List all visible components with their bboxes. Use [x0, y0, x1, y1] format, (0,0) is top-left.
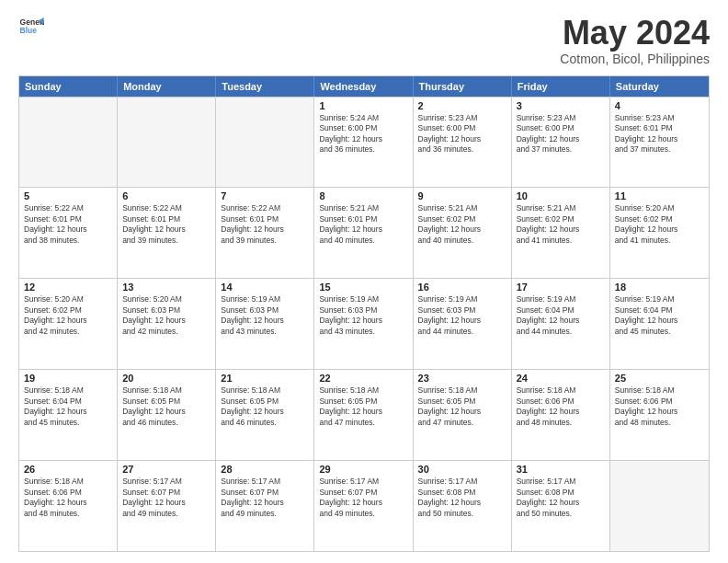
calendar-cell: 10Sunrise: 5:21 AMSunset: 6:02 PMDayligh…	[512, 188, 610, 278]
day-info: Sunrise: 5:20 AMSunset: 6:02 PMDaylight:…	[615, 203, 704, 246]
calendar-row-2: 5Sunrise: 5:22 AMSunset: 6:01 PMDaylight…	[19, 187, 709, 278]
calendar-cell: 22Sunrise: 5:18 AMSunset: 6:05 PMDayligh…	[314, 370, 413, 460]
day-number: 16	[418, 282, 506, 293]
calendar-cell: 3Sunrise: 5:23 AMSunset: 6:00 PMDaylight…	[512, 98, 610, 188]
day-info: Sunrise: 5:18 AMSunset: 6:06 PMDaylight:…	[24, 477, 112, 519]
day-number: 5	[24, 190, 112, 201]
header-day-wednesday: Wednesday	[314, 76, 413, 97]
day-number: 26	[24, 464, 112, 475]
day-number: 6	[122, 190, 210, 201]
calendar-cell	[118, 98, 216, 188]
svg-text:Blue: Blue	[20, 26, 38, 35]
day-info: Sunrise: 5:18 AMSunset: 6:05 PMDaylight:…	[122, 385, 210, 428]
day-number: 12	[24, 282, 112, 293]
day-info: Sunrise: 5:19 AMSunset: 6:03 PMDaylight:…	[418, 294, 506, 337]
month-title: May 2024	[560, 15, 710, 52]
day-number: 10	[517, 190, 605, 201]
calendar-cell: 18Sunrise: 5:19 AMSunset: 6:04 PMDayligh…	[610, 279, 709, 369]
day-info: Sunrise: 5:19 AMSunset: 6:04 PMDaylight:…	[517, 294, 605, 337]
calendar-cell	[610, 461, 709, 551]
subtitle: Cotmon, Bicol, Philippines	[560, 52, 710, 66]
day-number: 28	[221, 464, 309, 475]
calendar-cell: 5Sunrise: 5:22 AMSunset: 6:01 PMDaylight…	[19, 188, 118, 278]
day-number: 8	[319, 190, 407, 201]
calendar-cell: 28Sunrise: 5:17 AMSunset: 6:07 PMDayligh…	[216, 461, 314, 551]
calendar-cell: 25Sunrise: 5:18 AMSunset: 6:06 PMDayligh…	[610, 370, 709, 460]
day-number: 11	[615, 190, 704, 201]
day-info: Sunrise: 5:17 AMSunset: 6:07 PMDaylight:…	[319, 477, 407, 519]
logo: General Blue	[18, 15, 44, 40]
day-number: 31	[517, 464, 605, 475]
day-number: 22	[319, 373, 407, 384]
day-info: Sunrise: 5:18 AMSunset: 6:05 PMDaylight:…	[418, 385, 506, 428]
calendar-cell: 6Sunrise: 5:22 AMSunset: 6:01 PMDaylight…	[118, 188, 216, 278]
day-info: Sunrise: 5:20 AMSunset: 6:02 PMDaylight:…	[24, 294, 112, 337]
day-info: Sunrise: 5:23 AMSunset: 6:00 PMDaylight:…	[517, 113, 605, 155]
calendar: SundayMondayTuesdayWednesdayThursdayFrid…	[18, 75, 710, 552]
title-area: May 2024 Cotmon, Bicol, Philippines	[560, 15, 710, 66]
day-info: Sunrise: 5:21 AMSunset: 6:02 PMDaylight:…	[418, 203, 506, 246]
day-number: 19	[24, 373, 112, 384]
calendar-cell: 20Sunrise: 5:18 AMSunset: 6:05 PMDayligh…	[118, 370, 216, 460]
day-number: 20	[122, 373, 210, 384]
day-number: 2	[418, 100, 506, 111]
logo-icon: General Blue	[18, 15, 44, 40]
day-number: 25	[615, 373, 704, 384]
day-info: Sunrise: 5:20 AMSunset: 6:03 PMDaylight:…	[122, 294, 210, 337]
day-info: Sunrise: 5:18 AMSunset: 6:04 PMDaylight:…	[24, 385, 112, 428]
calendar-cell: 24Sunrise: 5:18 AMSunset: 6:06 PMDayligh…	[512, 370, 610, 460]
calendar-cell: 9Sunrise: 5:21 AMSunset: 6:02 PMDaylight…	[414, 188, 512, 278]
calendar-cell: 26Sunrise: 5:18 AMSunset: 6:06 PMDayligh…	[19, 461, 118, 551]
day-info: Sunrise: 5:17 AMSunset: 6:08 PMDaylight:…	[517, 477, 605, 519]
day-number: 13	[122, 282, 210, 293]
calendar-cell: 2Sunrise: 5:23 AMSunset: 6:00 PMDaylight…	[414, 98, 512, 188]
day-info: Sunrise: 5:19 AMSunset: 6:04 PMDaylight:…	[615, 294, 704, 337]
day-info: Sunrise: 5:18 AMSunset: 6:05 PMDaylight:…	[221, 385, 309, 428]
day-info: Sunrise: 5:24 AMSunset: 6:00 PMDaylight:…	[319, 113, 407, 155]
calendar-cell: 7Sunrise: 5:22 AMSunset: 6:01 PMDaylight…	[216, 188, 314, 278]
day-info: Sunrise: 5:22 AMSunset: 6:01 PMDaylight:…	[24, 203, 112, 246]
day-info: Sunrise: 5:17 AMSunset: 6:07 PMDaylight:…	[122, 477, 210, 519]
header-day-monday: Monday	[118, 76, 216, 97]
header-day-sunday: Sunday	[19, 76, 118, 97]
calendar-cell	[19, 98, 118, 188]
day-number: 18	[615, 282, 704, 293]
calendar-cell: 21Sunrise: 5:18 AMSunset: 6:05 PMDayligh…	[216, 370, 314, 460]
day-info: Sunrise: 5:23 AMSunset: 6:00 PMDaylight:…	[418, 113, 506, 155]
day-number: 7	[221, 190, 309, 201]
day-info: Sunrise: 5:18 AMSunset: 6:05 PMDaylight:…	[319, 385, 407, 428]
header-day-tuesday: Tuesday	[216, 76, 314, 97]
calendar-cell: 23Sunrise: 5:18 AMSunset: 6:05 PMDayligh…	[414, 370, 512, 460]
calendar-cell: 4Sunrise: 5:23 AMSunset: 6:01 PMDaylight…	[610, 98, 709, 188]
calendar-cell: 19Sunrise: 5:18 AMSunset: 6:04 PMDayligh…	[19, 370, 118, 460]
calendar-cell	[216, 98, 314, 188]
day-info: Sunrise: 5:23 AMSunset: 6:01 PMDaylight:…	[615, 113, 704, 155]
day-number: 17	[517, 282, 605, 293]
day-info: Sunrise: 5:19 AMSunset: 6:03 PMDaylight:…	[319, 294, 407, 337]
day-info: Sunrise: 5:22 AMSunset: 6:01 PMDaylight:…	[221, 203, 309, 246]
calendar-cell: 14Sunrise: 5:19 AMSunset: 6:03 PMDayligh…	[216, 279, 314, 369]
header-day-thursday: Thursday	[414, 76, 512, 97]
page: General Blue May 2024 Cotmon, Bicol, Phi…	[0, 0, 728, 563]
day-info: Sunrise: 5:22 AMSunset: 6:01 PMDaylight:…	[122, 203, 210, 246]
day-info: Sunrise: 5:19 AMSunset: 6:03 PMDaylight:…	[221, 294, 309, 337]
day-info: Sunrise: 5:18 AMSunset: 6:06 PMDaylight:…	[517, 385, 605, 428]
day-info: Sunrise: 5:17 AMSunset: 6:07 PMDaylight:…	[221, 477, 309, 519]
header: General Blue May 2024 Cotmon, Bicol, Phi…	[18, 15, 710, 66]
day-number: 3	[517, 100, 605, 111]
calendar-cell: 1Sunrise: 5:24 AMSunset: 6:00 PMDaylight…	[314, 98, 413, 188]
calendar-row-5: 26Sunrise: 5:18 AMSunset: 6:06 PMDayligh…	[19, 460, 709, 551]
day-number: 4	[615, 100, 704, 111]
calendar-cell: 31Sunrise: 5:17 AMSunset: 6:08 PMDayligh…	[512, 461, 610, 551]
header-day-friday: Friday	[512, 76, 610, 97]
calendar-cell: 8Sunrise: 5:21 AMSunset: 6:01 PMDaylight…	[314, 188, 413, 278]
header-day-saturday: Saturday	[610, 76, 709, 97]
calendar-cell: 27Sunrise: 5:17 AMSunset: 6:07 PMDayligh…	[118, 461, 216, 551]
day-info: Sunrise: 5:17 AMSunset: 6:08 PMDaylight:…	[418, 477, 506, 519]
calendar-cell: 17Sunrise: 5:19 AMSunset: 6:04 PMDayligh…	[512, 279, 610, 369]
day-number: 30	[418, 464, 506, 475]
calendar-row-3: 12Sunrise: 5:20 AMSunset: 6:02 PMDayligh…	[19, 278, 709, 369]
calendar-cell: 15Sunrise: 5:19 AMSunset: 6:03 PMDayligh…	[314, 279, 413, 369]
day-number: 23	[418, 373, 506, 384]
calendar-cell: 11Sunrise: 5:20 AMSunset: 6:02 PMDayligh…	[610, 188, 709, 278]
